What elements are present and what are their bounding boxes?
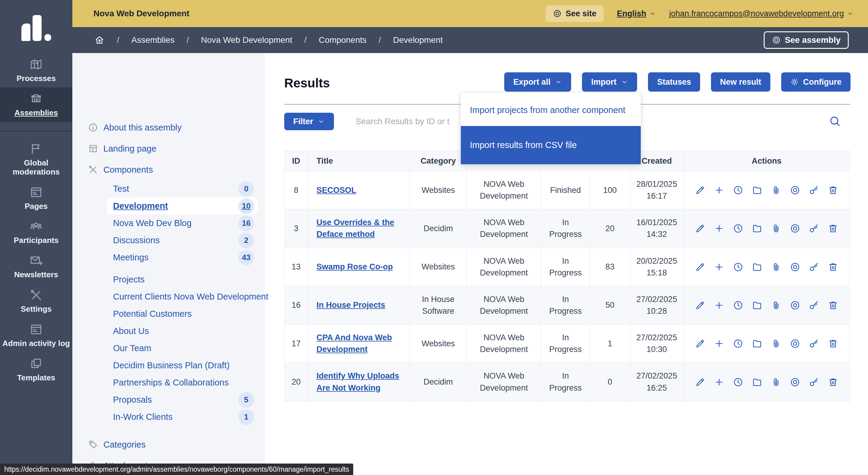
folder-icon[interactable] <box>752 377 763 388</box>
panel-item[interactable]: Current Clients Nova Web Development <box>107 288 258 305</box>
panel-item[interactable]: Partnerships & Collaborations <box>107 374 258 391</box>
add-plus-icon[interactable] <box>714 262 724 273</box>
edit-pencil-icon[interactable] <box>695 223 706 234</box>
key-icon[interactable] <box>809 338 819 349</box>
toolbar-button[interactable]: Statuses <box>648 72 700 92</box>
toolbar-button[interactable]: Export all <box>504 72 571 92</box>
toolbar-button[interactable]: New result <box>711 72 770 92</box>
eye-icon[interactable] <box>789 223 801 234</box>
sidebar-item[interactable]: Global moderations <box>0 137 72 181</box>
clock-icon[interactable] <box>733 223 744 234</box>
add-plus-icon[interactable] <box>714 300 724 311</box>
decidim-logo[interactable] <box>0 12 72 41</box>
trash-icon[interactable] <box>828 185 838 196</box>
edit-pencil-icon[interactable] <box>695 377 706 388</box>
trash-icon[interactable] <box>828 223 838 234</box>
add-plus-icon[interactable] <box>714 223 724 234</box>
key-icon[interactable] <box>809 300 819 311</box>
toolbar-button[interactable]: Import <box>582 72 637 92</box>
panel-item[interactable]: About this assembly <box>72 117 265 138</box>
edit-pencil-icon[interactable] <box>695 262 706 273</box>
panel-item[interactable]: About Us <box>107 322 258 340</box>
key-icon[interactable] <box>809 262 819 273</box>
breadcrumb-item[interactable]: Nova Web Development <box>201 35 292 45</box>
result-title-link[interactable]: Use Overrides & the Deface method <box>316 218 394 239</box>
panel-item[interactable]: Landing page <box>72 138 265 159</box>
clock-icon[interactable] <box>733 338 744 349</box>
edit-pencil-icon[interactable] <box>695 300 706 311</box>
folder-icon[interactable] <box>752 262 763 273</box>
result-title-link[interactable]: Swamp Rose Co-op <box>316 262 393 271</box>
eye-icon[interactable] <box>789 338 801 349</box>
sidebar-item[interactable]: Participants <box>0 215 72 249</box>
paperclip-icon[interactable] <box>771 223 781 234</box>
panel-item[interactable]: Projects <box>107 271 258 288</box>
search-icon[interactable] <box>828 115 841 128</box>
user-menu[interactable]: johan.francocampos@novawebdevelopment.or… <box>669 9 854 19</box>
breadcrumb-item[interactable]: Assemblies <box>131 35 175 45</box>
panel-item[interactable]: Nova Web Dev Blog 16 <box>107 215 258 232</box>
panel-item[interactable]: Our Team <box>107 340 258 357</box>
eye-icon[interactable] <box>789 300 801 311</box>
panel-item[interactable]: In-Work Clients 1 <box>107 408 258 425</box>
dropdown-item[interactable]: Import results from CSV file <box>461 126 641 164</box>
panel-item[interactable]: Potential Customers <box>107 305 258 322</box>
sidebar-item[interactable]: Templates <box>0 352 72 387</box>
breadcrumb-item[interactable]: Components <box>318 35 367 45</box>
add-plus-icon[interactable] <box>714 338 724 349</box>
panel-item[interactable]: Discussions 2 <box>107 232 258 249</box>
sidebar-item[interactable]: Admin activity log <box>0 318 72 352</box>
add-plus-icon[interactable] <box>714 377 724 388</box>
key-icon[interactable] <box>809 185 819 196</box>
trash-icon[interactable] <box>828 377 838 388</box>
panel-item[interactable]: Meetings 43 <box>107 249 258 266</box>
eye-icon[interactable] <box>789 185 801 196</box>
dropdown-item[interactable]: Import projects from another component <box>461 93 641 126</box>
sidebar-item[interactable]: Pages <box>0 181 72 215</box>
panel-item[interactable]: Categories <box>72 434 265 455</box>
trash-icon[interactable] <box>828 262 838 273</box>
clock-icon[interactable] <box>733 377 744 388</box>
paperclip-icon[interactable] <box>771 338 781 349</box>
see-site-button[interactable]: See site <box>546 5 604 22</box>
panel-item[interactable]: Test 0 <box>107 180 258 197</box>
paperclip-icon[interactable] <box>771 185 781 196</box>
key-icon[interactable] <box>809 223 819 234</box>
folder-icon[interactable] <box>752 300 763 311</box>
sidebar-item[interactable]: Assemblies <box>0 87 72 122</box>
home-icon[interactable] <box>94 35 105 45</box>
eye-icon[interactable] <box>789 262 801 273</box>
filter-button[interactable]: Filter <box>284 113 334 130</box>
folder-icon[interactable] <box>752 338 763 349</box>
key-icon[interactable] <box>809 377 819 388</box>
language-selector[interactable]: English <box>617 9 656 19</box>
trash-icon[interactable] <box>828 300 838 311</box>
paperclip-icon[interactable] <box>771 262 781 273</box>
panel-item[interactable]: Development 10 <box>107 197 258 215</box>
see-assembly-button[interactable]: See assembly <box>764 31 849 49</box>
panel-item[interactable]: Proposals 5 <box>107 391 258 408</box>
paperclip-icon[interactable] <box>771 300 781 311</box>
result-title-link[interactable]: SECOSOL <box>316 186 356 195</box>
sidebar-item[interactable]: Settings <box>0 284 72 318</box>
folder-icon[interactable] <box>752 223 763 234</box>
edit-pencil-icon[interactable] <box>695 185 706 196</box>
clock-icon[interactable] <box>733 262 744 273</box>
paperclip-icon[interactable] <box>771 377 781 388</box>
sidebar-item[interactable]: Processes <box>0 53 72 87</box>
clock-icon[interactable] <box>733 185 744 196</box>
toolbar-button[interactable]: Configure <box>781 72 851 92</box>
clock-icon[interactable] <box>733 300 744 311</box>
eye-icon[interactable] <box>789 377 801 388</box>
folder-icon[interactable] <box>752 185 763 196</box>
edit-pencil-icon[interactable] <box>695 338 706 349</box>
sidebar-item[interactable]: Newsletters <box>0 249 72 284</box>
add-plus-icon[interactable] <box>714 185 724 196</box>
result-title-link[interactable]: CPA And Nova Web Development <box>316 333 392 354</box>
result-title-link[interactable]: Identify Why Uploads Are Not Working <box>316 371 399 392</box>
panel-item[interactable]: Decidim Business Plan (Draft) <box>107 357 258 374</box>
breadcrumb-item[interactable]: Development <box>393 35 443 45</box>
panel-item[interactable]: Components <box>72 159 265 180</box>
result-title-link[interactable]: In House Projects <box>316 300 385 310</box>
trash-icon[interactable] <box>828 338 838 349</box>
